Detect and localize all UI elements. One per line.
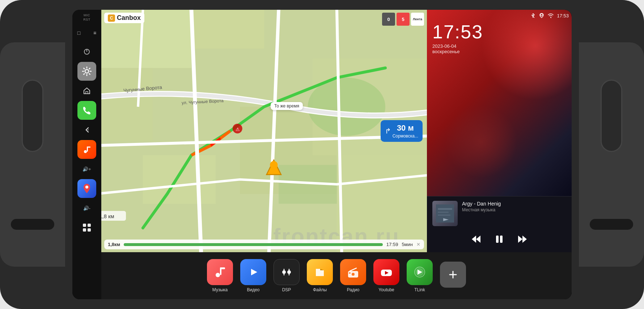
- plus-app-icon[interactable]: [440, 262, 466, 288]
- settings-app-icon[interactable]: [77, 62, 96, 81]
- svg-rect-47: [500, 236, 503, 243]
- home-button[interactable]: [80, 84, 94, 98]
- app-item-dsp[interactable]: DSP: [274, 259, 300, 292]
- svg-text:⚠: ⚠: [236, 127, 240, 132]
- app-item-video[interactable]: Видео: [240, 259, 266, 292]
- svg-point-15: [85, 186, 88, 189]
- status-bar: 17:53: [530, 13, 569, 18]
- content-area: Чугунные Ворота ул. Чугунные Ворота ⚠ 1,…: [101, 10, 572, 299]
- tlink-app-icon[interactable]: [407, 259, 433, 285]
- svg-rect-25: [143, 155, 216, 204]
- bluetooth-icon: [530, 13, 536, 18]
- svg-line-9: [89, 68, 90, 69]
- rewind-button[interactable]: [469, 232, 483, 246]
- svg-text:1,8 км: 1,8 км: [101, 213, 114, 219]
- svg-point-12: [84, 150, 87, 153]
- app-item-youtube[interactable]: Youtube: [373, 259, 399, 292]
- youtube-app-label: Youtube: [378, 287, 394, 292]
- music-controls: [432, 230, 566, 248]
- svg-rect-40: [438, 208, 452, 210]
- svg-point-2: [85, 69, 89, 73]
- back-nav-button[interactable]: [80, 123, 94, 137]
- svg-rect-14: [87, 147, 90, 148]
- svg-rect-22: [191, 10, 264, 48]
- volume-down-button[interactable]: 🔊-: [80, 201, 94, 215]
- video-app-icon[interactable]: [240, 259, 266, 285]
- turn-instruction: ↱ 30 м Сормовска...: [381, 120, 423, 142]
- right-panel: 17:53 17:53 2023-06-04 воскресенье: [427, 10, 572, 252]
- maps-app-icon[interactable]: [77, 179, 96, 198]
- map-panel[interactable]: Чугунные Ворота ул. Чугунные Ворота ⚠ 1,…: [101, 10, 427, 252]
- svg-rect-27: [337, 155, 427, 252]
- turn-street: Сормовска...: [393, 134, 418, 139]
- canbox-brand-name: Canbox: [117, 14, 141, 22]
- top-section: Чугунные Ворота ул. Чугунные Ворота ⚠ 1,…: [101, 10, 572, 252]
- status-time: 17:53: [557, 13, 569, 18]
- svg-marker-45: [476, 236, 480, 243]
- route-distance: 1,8км: [108, 242, 120, 247]
- music-app-sidebar-icon[interactable]: [77, 140, 96, 159]
- app-item-files[interactable]: Файлы: [307, 259, 333, 292]
- right-ear: [579, 42, 644, 267]
- youtube-app-icon[interactable]: [373, 259, 399, 285]
- apps-grid-icon[interactable]: [77, 218, 96, 237]
- dsp-app-icon[interactable]: [274, 259, 300, 285]
- app-item-radio[interactable]: Радио: [340, 259, 366, 292]
- volume-up-button[interactable]: 🔊+: [80, 162, 94, 176]
- app-item-tlink[interactable]: TLink: [407, 259, 433, 292]
- nav-circle-5: 5: [397, 13, 410, 26]
- nav-circle-0: 0: [382, 13, 395, 26]
- radio-app-icon[interactable]: [340, 259, 366, 285]
- music-content: Argy - Dan Henig Местная музыка: [432, 201, 566, 226]
- app-item-music[interactable]: Музыка: [207, 259, 233, 292]
- mic-label: MIC: [84, 13, 90, 17]
- map-route-info: 1,8км 17:59 5мин ✕: [104, 240, 424, 249]
- album-art: [432, 201, 458, 226]
- svg-point-59: [352, 273, 355, 276]
- apps-bar: Музыка Видео: [101, 252, 572, 299]
- svg-rect-41: [438, 212, 449, 213]
- right-slot: [590, 219, 633, 230]
- play-pause-button[interactable]: [491, 230, 508, 248]
- svg-rect-19: [88, 228, 91, 232]
- canbox-logo: C Canbox: [104, 13, 144, 23]
- files-app-icon[interactable]: [307, 259, 333, 285]
- svg-marker-49: [522, 236, 527, 243]
- car-shell: MIC RST ◁ □ ≡ ⊡: [0, 0, 644, 309]
- clock-time-date-block: 17:53 2023-06-04 воскресенье: [432, 22, 483, 54]
- menu-button[interactable]: ≡: [88, 26, 102, 40]
- close-route-button[interactable]: ✕: [416, 242, 420, 247]
- svg-rect-52: [220, 267, 225, 269]
- left-handle: [22, 80, 43, 152]
- album-art-inner: [432, 201, 458, 226]
- svg-marker-53: [251, 269, 257, 275]
- home-square-button[interactable]: □: [72, 26, 86, 40]
- forward-button[interactable]: [515, 232, 530, 246]
- route-progress-bar: [124, 243, 383, 246]
- route-duration: 5мин: [402, 242, 413, 247]
- video-app-label: Видео: [247, 287, 259, 292]
- music-app-icon[interactable]: [207, 259, 233, 285]
- screen: MIC RST ◁ □ ≡ ⊡: [72, 10, 572, 299]
- map-tooltip: То же время: [271, 102, 303, 110]
- wifi-icon: [547, 13, 554, 18]
- app-item-plus[interactable]: [440, 262, 466, 290]
- clock-date: 2023-06-04: [432, 43, 483, 49]
- dsp-app-label: DSP: [282, 287, 291, 292]
- sidebar-top-labels: MIC RST: [83, 13, 90, 21]
- svg-point-33: [270, 161, 277, 169]
- phone-app-icon[interactable]: [77, 101, 96, 120]
- clock-section: 17:53 17:53 2023-06-04 воскресенье: [427, 10, 572, 196]
- music-section: Argy - Dan Henig Местная музыка: [427, 196, 572, 252]
- music-title: Argy - Dan Henig: [462, 201, 566, 207]
- svg-marker-48: [518, 236, 522, 243]
- music-app-label: Музыка: [212, 287, 228, 292]
- svg-line-10: [84, 73, 85, 75]
- canbox-logo-icon: C: [108, 14, 115, 22]
- power-button[interactable]: [80, 45, 94, 59]
- left-ear: [0, 42, 65, 267]
- left-slot: [11, 219, 54, 230]
- svg-rect-23: [101, 68, 153, 141]
- location-icon: [539, 13, 545, 18]
- svg-rect-18: [83, 228, 86, 232]
